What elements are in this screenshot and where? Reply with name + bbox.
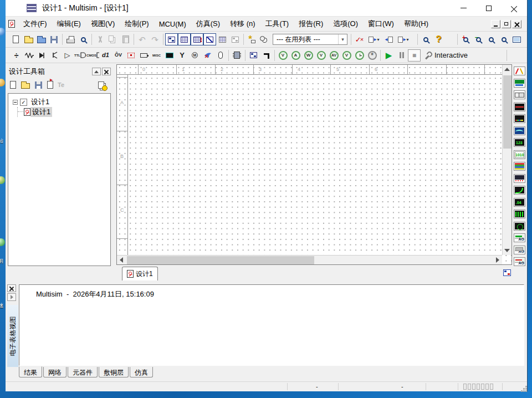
place-source-button[interactable]: ÷ bbox=[10, 49, 23, 62]
place-digital-button[interactable]: d1 bbox=[99, 49, 112, 62]
tab-components[interactable]: 元器件 bbox=[68, 367, 98, 377]
scroll-right-icon[interactable] bbox=[496, 257, 499, 263]
menu-tools[interactable]: 工具(T) bbox=[260, 19, 294, 29]
new-button[interactable] bbox=[9, 33, 22, 45]
place-basic-button[interactable] bbox=[23, 49, 35, 62]
menu-window[interactable]: 窗口(W) bbox=[363, 19, 399, 29]
help-button[interactable]: ? bbox=[432, 33, 445, 45]
place-advanced-peripherals-button[interactable] bbox=[163, 49, 176, 62]
place-mcu-button[interactable] bbox=[231, 49, 243, 62]
minimize-button[interactable] bbox=[451, 0, 476, 16]
find-button[interactable] bbox=[420, 33, 432, 45]
forwardannotate-button[interactable]: ▸▾ bbox=[395, 33, 412, 45]
document-icon[interactable] bbox=[8, 20, 15, 28]
zoom-in-button[interactable]: + bbox=[459, 33, 472, 45]
create-component-button[interactable]: * bbox=[245, 33, 258, 45]
pause-simulation-button[interactable] bbox=[395, 49, 408, 62]
panel-close-button[interactable] bbox=[102, 68, 111, 75]
edit-hierarchy-icon[interactable] bbox=[503, 269, 511, 276]
place-ni-component-button[interactable] bbox=[201, 49, 214, 62]
menu-help[interactable]: 帮助(H) bbox=[399, 19, 433, 29]
zoom-fit-button[interactable] bbox=[498, 33, 510, 45]
recent-designs-icon[interactable] bbox=[98, 81, 104, 89]
mdi-close-button[interactable] bbox=[512, 20, 521, 28]
tab-results[interactable]: 结果 bbox=[19, 366, 42, 377]
four-channel-oscilloscope-button[interactable] bbox=[513, 113, 526, 124]
undo-button[interactable]: ↶ bbox=[136, 33, 149, 45]
open-design-icon[interactable] bbox=[21, 83, 30, 89]
toggle-grapher-button[interactable] bbox=[203, 33, 216, 45]
new-design-icon[interactable] bbox=[10, 81, 16, 89]
menu-simulate[interactable]: 仿真(S) bbox=[191, 19, 225, 29]
digital-probe-button[interactable] bbox=[353, 49, 366, 62]
place-power-button[interactable] bbox=[137, 49, 150, 62]
mdi-restore-button[interactable] bbox=[502, 20, 511, 28]
spreadsheet-close-button[interactable] bbox=[7, 284, 16, 292]
place-ttl-button[interactable]: TTL bbox=[74, 49, 86, 62]
place-misc-button[interactable]: MISC bbox=[150, 49, 163, 62]
place-cmos-button[interactable]: CMOS bbox=[86, 49, 99, 62]
spreadsheet-expand-button[interactable] bbox=[7, 293, 16, 301]
save-design-icon[interactable] bbox=[35, 81, 42, 89]
vertical-scrollbar[interactable] bbox=[502, 65, 511, 255]
menu-place[interactable]: 绘制(P) bbox=[120, 19, 154, 29]
place-mixed-button[interactable]: ÔV bbox=[112, 49, 125, 62]
postprocessor-button[interactable] bbox=[216, 33, 229, 45]
run-simulation-button[interactable]: ▶ bbox=[382, 49, 395, 62]
hierarchical-block-button[interactable] bbox=[247, 49, 260, 62]
tree-checkbox[interactable]: ✓ bbox=[20, 99, 27, 106]
combobox-dropdown-icon[interactable]: ▾ bbox=[338, 34, 347, 44]
frequency-counter-button[interactable]: 123 bbox=[513, 137, 526, 148]
cut-button[interactable] bbox=[94, 33, 106, 45]
distortion-analyzer-button[interactable]: .04 bbox=[513, 197, 526, 208]
place-analog-button[interactable]: ▷ bbox=[61, 49, 74, 62]
redo-button[interactable]: ↷ bbox=[149, 33, 161, 45]
export-to-pcb-button[interactable]: ▸▾ bbox=[366, 33, 382, 45]
tree-collapse-icon[interactable] bbox=[13, 100, 18, 105]
maximize-button[interactable] bbox=[476, 0, 502, 16]
current-probe-button[interactable]: A bbox=[289, 49, 302, 62]
place-transistor-button[interactable] bbox=[48, 49, 61, 62]
menu-view[interactable]: 视图(V) bbox=[86, 19, 120, 29]
save-button[interactable] bbox=[48, 33, 60, 45]
copy-button[interactable] bbox=[106, 33, 119, 45]
menu-transfer[interactable]: 转移 (n) bbox=[225, 19, 260, 29]
close-design-button[interactable]: ▸ bbox=[47, 81, 53, 89]
agilent-multimeter-button[interactable]: AG bbox=[513, 244, 526, 256]
paste-button[interactable] bbox=[119, 33, 132, 45]
scroll-left-icon[interactable] bbox=[120, 257, 123, 263]
place-diode-button[interactable] bbox=[35, 49, 48, 62]
tab-copper-layers[interactable]: 敷铜层 bbox=[99, 367, 129, 377]
fullscreen-button[interactable] bbox=[510, 33, 523, 45]
power-probe-button[interactable]: W bbox=[302, 49, 315, 62]
backannotate-button[interactable]: ◂ bbox=[382, 33, 395, 45]
function-generator-button[interactable] bbox=[513, 78, 526, 89]
menu-edit[interactable]: 编辑(E) bbox=[52, 19, 86, 29]
place-rf-button[interactable]: Y bbox=[176, 49, 188, 62]
print-preview-button[interactable] bbox=[77, 33, 90, 45]
multisim-app-icon[interactable] bbox=[27, 4, 37, 12]
toggle-database-bar-button[interactable] bbox=[191, 33, 203, 45]
close-button[interactable] bbox=[502, 0, 527, 16]
print-button[interactable] bbox=[64, 33, 77, 45]
stop-simulation-button[interactable]: ■ bbox=[408, 49, 421, 62]
voltage-probe-button[interactable]: V bbox=[277, 49, 289, 62]
menu-file[interactable]: 文件(F) bbox=[18, 19, 52, 29]
voltage-current-probe-button[interactable]: AV bbox=[328, 49, 340, 62]
agilent-function-generator-button[interactable]: AG bbox=[513, 232, 526, 243]
network-analyzer-button[interactable] bbox=[513, 221, 526, 232]
voltage-reference-probe-button[interactable]: V bbox=[340, 49, 353, 62]
zoom-out-button[interactable]: − bbox=[472, 33, 485, 45]
open-button[interactable] bbox=[22, 33, 35, 45]
logic-analyzer-button[interactable] bbox=[513, 161, 526, 172]
mdi-minimize-button[interactable] bbox=[491, 20, 500, 28]
oscilloscope-button[interactable] bbox=[513, 101, 526, 113]
tree-root-row[interactable]: ✓ 设计1 bbox=[8, 97, 110, 107]
tree-root-label[interactable]: 设计1 bbox=[29, 97, 51, 107]
place-electromechanical-button[interactable]: M bbox=[188, 49, 201, 62]
toggle-design-toolbox-button[interactable] bbox=[165, 33, 178, 45]
logic-converter-button[interactable] bbox=[513, 173, 526, 184]
horizontal-scroll-thumb[interactable] bbox=[127, 256, 314, 264]
spreadsheet-results-area[interactable]: Multisim - 2026年4月11日, 15:16:09 bbox=[19, 284, 524, 366]
open-sample-button[interactable] bbox=[35, 33, 48, 45]
